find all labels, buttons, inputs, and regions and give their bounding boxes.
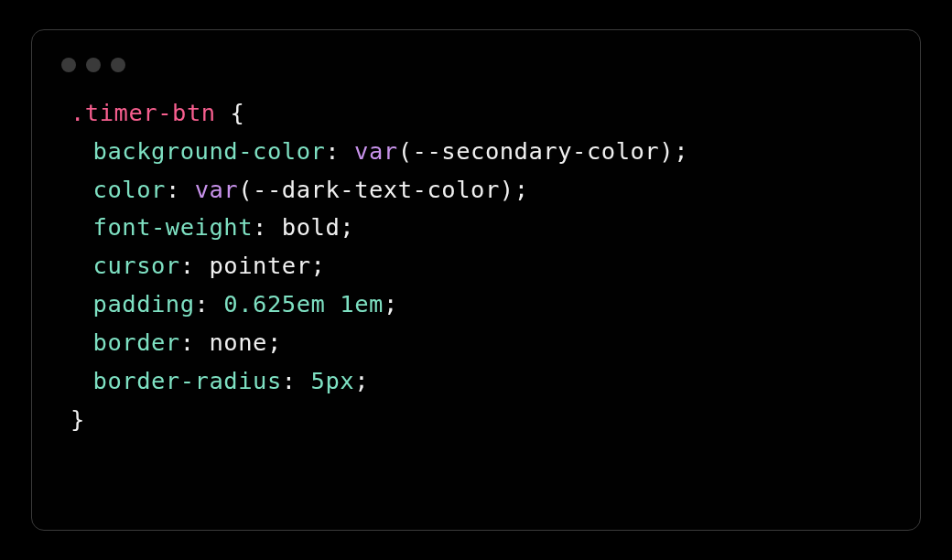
colon: : xyxy=(180,252,195,279)
css-property: padding xyxy=(93,290,195,318)
css-selector: .timer-btn xyxy=(70,99,216,126)
css-value-token: --dark-text-color xyxy=(253,176,500,203)
colon: : xyxy=(180,328,195,356)
css-property: cursor xyxy=(93,252,180,279)
code-window: .timer-btn { background-color: var(--sec… xyxy=(31,29,921,531)
css-property: font-weight xyxy=(93,213,254,241)
window-titlebar xyxy=(60,52,892,94)
code-line: border-radius: 5px; xyxy=(70,362,892,401)
code-line: font-weight: bold; xyxy=(70,209,892,247)
semicolon: ; xyxy=(384,290,398,318)
colon: : xyxy=(253,213,267,241)
semicolon: ; xyxy=(674,137,688,165)
css-property: background-color xyxy=(93,137,326,165)
css-property: color xyxy=(93,176,166,203)
css-value-token: 1em xyxy=(340,290,384,318)
colon: : xyxy=(166,176,180,203)
css-property: border xyxy=(93,328,180,356)
css-value-token: ) xyxy=(659,137,674,165)
colon: : xyxy=(325,137,340,165)
css-value-token xyxy=(325,290,340,318)
indent xyxy=(70,285,93,324)
semicolon: ; xyxy=(311,252,326,279)
css-value-token: ( xyxy=(398,137,413,165)
close-brace: } xyxy=(70,405,85,433)
css-value-token: none xyxy=(210,328,267,356)
css-value-token: var xyxy=(354,137,398,165)
code-line: color: var(--dark-text-color); xyxy=(70,171,892,210)
indent xyxy=(70,209,93,247)
traffic-light-close[interactable] xyxy=(61,58,76,72)
traffic-light-minimize[interactable] xyxy=(86,58,101,72)
indent xyxy=(70,133,93,171)
css-value-token: --secondary-color xyxy=(413,137,660,165)
indent xyxy=(70,247,93,285)
css-value-token: var xyxy=(195,176,239,203)
code-line: padding: 0.625em 1em; xyxy=(70,285,892,324)
css-value-token: ) xyxy=(500,176,514,203)
css-value-token: ( xyxy=(238,176,253,203)
code-line: .timer-btn { xyxy=(70,94,892,133)
traffic-light-zoom[interactable] xyxy=(111,58,125,72)
code-line: border: none; xyxy=(70,324,892,362)
css-property: border-radius xyxy=(93,367,282,394)
open-brace: { xyxy=(231,99,245,126)
semicolon: ; xyxy=(354,367,369,394)
semicolon: ; xyxy=(340,213,354,241)
code-line: } xyxy=(70,401,892,439)
css-value-token: 5px xyxy=(311,367,355,394)
css-value-token: 0.625em xyxy=(223,290,325,318)
code-editor: .timer-btn { background-color: var(--sec… xyxy=(60,94,892,438)
css-value-token: bold xyxy=(282,213,340,241)
colon: : xyxy=(195,290,210,318)
code-line: cursor: pointer; xyxy=(70,247,892,285)
indent xyxy=(70,324,93,362)
semicolon: ; xyxy=(267,328,282,356)
semicolon: ; xyxy=(514,176,529,203)
colon: : xyxy=(282,367,297,394)
code-line: background-color: var(--secondary-color)… xyxy=(70,133,892,171)
css-value-token: pointer xyxy=(210,252,311,279)
indent xyxy=(70,362,93,401)
indent xyxy=(70,171,93,210)
